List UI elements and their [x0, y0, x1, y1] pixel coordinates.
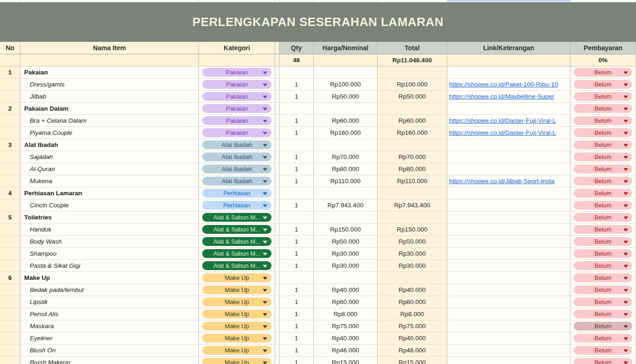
shopee-link[interactable]: https://shopee.co.id/Daster-Fuji-Viral-L — [449, 117, 556, 124]
cell-kategori[interactable]: Alat & Sabun M... — [199, 236, 275, 248]
summary-kategori-cell[interactable] — [199, 54, 275, 66]
cell-pembayaran[interactable]: Belum — [570, 115, 636, 127]
pembayaran-dropdown[interactable]: Belum — [574, 334, 632, 343]
cell-kategori[interactable]: Pakaian — [199, 115, 275, 127]
cell-link[interactable] — [447, 357, 570, 364]
cell-link[interactable] — [447, 163, 570, 175]
sliver-cell[interactable] — [199, 0, 275, 2]
summary-qty-total[interactable]: 46 — [279, 54, 314, 66]
cell-qty[interactable]: 1 — [279, 284, 314, 296]
cell-total[interactable]: Rp150.000 — [378, 224, 447, 236]
cell-no[interactable] — [0, 357, 20, 364]
cell-no[interactable] — [0, 320, 20, 332]
sliver-cell[interactable] — [570, 0, 636, 2]
cell-total[interactable]: Rp60.000 — [378, 115, 447, 127]
cell-link[interactable] — [447, 236, 570, 248]
cell-item-name[interactable]: Lipstik — [20, 296, 199, 308]
pembayaran-dropdown[interactable]: Belum — [574, 152, 632, 161]
cell-no[interactable] — [0, 115, 20, 127]
cell-item-name[interactable]: Piyama Couple — [20, 127, 199, 139]
cell-total[interactable] — [378, 272, 447, 284]
cell-qty[interactable]: 1 — [279, 163, 314, 175]
cell-no[interactable] — [0, 224, 20, 236]
cell-no[interactable] — [0, 236, 20, 248]
cell-qty[interactable]: 1 — [279, 357, 314, 364]
cell-link[interactable] — [447, 272, 570, 284]
cell-total[interactable]: Rp40.000 — [378, 284, 447, 296]
cell-qty[interactable]: 1 — [279, 320, 314, 332]
summary-link-cell[interactable] — [447, 54, 570, 66]
pembayaran-dropdown[interactable]: Belum — [574, 128, 632, 137]
cell-pembayaran[interactable]: Belum — [570, 199, 636, 212]
cell-total[interactable]: Rp7.943.400 — [378, 199, 447, 212]
pembayaran-dropdown[interactable]: Belum — [574, 189, 632, 198]
cell-no[interactable] — [0, 127, 20, 139]
cell-item-name[interactable]: Body Wash — [20, 236, 199, 248]
sliver-cell[interactable] — [20, 0, 199, 2]
pembayaran-dropdown[interactable]: Belum — [574, 177, 632, 185]
cell-qty[interactable]: 1 — [279, 199, 314, 212]
summary-harga-cell[interactable] — [314, 54, 378, 66]
cell-no[interactable]: 5 — [0, 212, 20, 224]
cell-harga[interactable]: Rp50.000 — [314, 91, 378, 103]
pembayaran-dropdown[interactable]: Belum — [574, 116, 632, 125]
cell-item-name[interactable]: Make Up — [20, 272, 199, 284]
cell-harga[interactable] — [314, 103, 378, 115]
pembayaran-dropdown[interactable]: Belum — [574, 310, 632, 318]
cell-harga[interactable] — [314, 272, 378, 284]
kategori-dropdown[interactable]: Perhiasan — [202, 189, 272, 198]
cell-harga[interactable]: Rp46.000 — [314, 344, 378, 357]
cell-harga[interactable]: Rp60.000 — [314, 115, 378, 127]
cell-harga[interactable]: Rp40.000 — [314, 284, 378, 296]
cell-link[interactable] — [447, 199, 570, 212]
cell-pembayaran[interactable]: Belum — [570, 66, 636, 79]
summary-no-cell[interactable] — [0, 54, 20, 66]
sliver-cell-highlighted[interactable] — [447, 0, 570, 2]
cell-total[interactable] — [378, 103, 447, 115]
cell-total[interactable]: Rp46.000 — [378, 344, 447, 357]
cell-qty[interactable]: 1 — [279, 332, 314, 344]
cell-kategori[interactable]: Alat & Sabun M... — [199, 260, 275, 272]
kategori-dropdown[interactable]: Alat & Sabun M... — [202, 237, 272, 246]
cell-no[interactable]: 3 — [0, 139, 20, 151]
cell-harga[interactable]: Rp60.000 — [314, 296, 378, 308]
cell-total[interactable]: Rp100.000 — [378, 79, 447, 91]
cell-total[interactable] — [378, 139, 447, 151]
kategori-dropdown[interactable]: Alat & Sabun M... — [202, 249, 272, 258]
cell-qty[interactable]: 1 — [279, 236, 314, 248]
cell-harga[interactable] — [314, 187, 378, 199]
pembayaran-dropdown[interactable]: Belum — [574, 225, 632, 234]
pembayaran-dropdown[interactable]: Belum — [574, 80, 632, 89]
shopee-link[interactable]: https://shopee.co.id/Jilbab-Sport-Insta — [449, 178, 555, 185]
cell-total[interactable]: Rp50.000 — [378, 236, 447, 248]
pembayaran-dropdown[interactable]: Belum — [574, 322, 632, 331]
cell-pembayaran[interactable]: Belum — [570, 151, 636, 163]
cell-kategori[interactable]: Make Up — [199, 308, 275, 320]
shopee-link[interactable]: https://shopee.co.id/Daster-Fuji-Viral-L — [449, 129, 556, 136]
cell-no[interactable] — [0, 284, 20, 296]
cell-qty[interactable] — [279, 212, 314, 224]
cell-pembayaran[interactable]: Belum — [570, 248, 636, 260]
kategori-dropdown[interactable]: Pakaian — [202, 116, 272, 125]
cell-qty[interactable] — [279, 139, 314, 151]
sliver-cell[interactable] — [378, 0, 447, 2]
cell-qty[interactable]: 1 — [279, 296, 314, 308]
cell-no[interactable] — [0, 308, 20, 320]
pembayaran-dropdown[interactable]: Belum — [574, 140, 632, 149]
cell-qty[interactable]: 1 — [279, 260, 314, 272]
header-link[interactable]: Link/Keterangan — [447, 42, 570, 54]
cell-pembayaran[interactable]: Belum — [570, 296, 636, 308]
cell-link[interactable] — [447, 139, 570, 151]
cell-kategori[interactable]: Make Up — [199, 272, 275, 284]
cell-item-name[interactable]: Toiletries — [20, 212, 199, 224]
cell-total[interactable]: Rp110.000 — [378, 175, 447, 187]
cell-kategori[interactable]: Pakaian — [199, 79, 275, 91]
cell-item-name[interactable]: Bra + Celana Dalam — [20, 115, 199, 127]
cell-link[interactable]: https://shopee.co.id/Jilbab-Sport-Insta — [447, 175, 570, 187]
kategori-dropdown[interactable]: Alat & Sabun M... — [202, 213, 272, 222]
cell-qty[interactable]: 1 — [279, 79, 314, 91]
pembayaran-dropdown[interactable]: Belum — [574, 165, 632, 173]
cell-item-name[interactable]: Bedak pada/lembut — [20, 284, 199, 296]
cell-qty[interactable] — [279, 272, 314, 284]
cell-item-name[interactable]: Maskara — [20, 320, 199, 332]
